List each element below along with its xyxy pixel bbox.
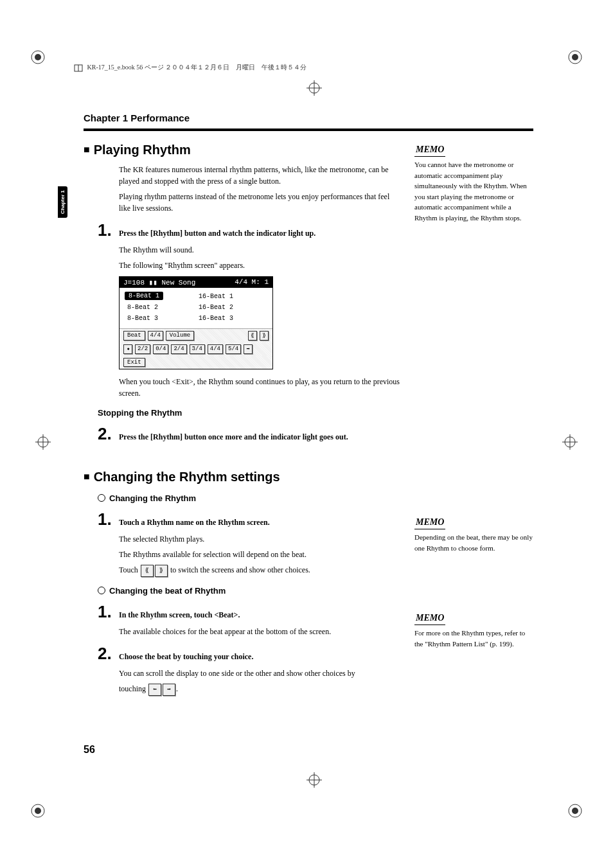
step-note: The following "Rhythm screen" appears. [119,260,402,271]
memo-label: MEMO [414,611,445,625]
screen-beat-value: 4/4 [148,331,163,341]
memo-block: MEMO You cannot have the metronome or au… [414,143,533,223]
chapter-title: Chapter 1 Performance [84,112,533,123]
arrow-left-icon: ⬅ [148,684,161,696]
step-number-1: 1. [84,509,119,529]
screen-header-right: 4/4 M: 1 [235,278,269,287]
svg-point-5 [35,808,41,814]
book-icon [74,64,83,73]
screen-beat-opt: 2/2 [135,344,150,354]
step-note: The selected Rhythm plays. [119,533,402,545]
step-number-1: 1. [84,220,119,240]
step-instruction: Press the [Rhythm] button and watch the … [119,229,402,238]
rhythm-screen-figure: J=108 ▮▮ New Song 4/4 M: 1 8-Beat 1 8-Be… [119,276,273,369]
registration-mark-icon [562,434,578,450]
screen-prev-button: ⟪ [248,331,257,341]
step-note: touching ⬅➡. [119,683,402,696]
screen-beat-opt: 5/4 [226,344,241,354]
header-text: KR-17_15_e.book 56 ページ ２００４年１２月６日 月曜日 午後… [87,64,307,71]
step-note: Touch ⟪⟫ to switch the screens and show … [119,564,402,577]
screen-beat-button: Beat [123,331,145,341]
memo-text: You cannot have the metronome or automat… [414,159,533,223]
crop-mark-icon [566,802,584,820]
step-note: The Rhythms available for selection will… [119,549,402,560]
screen-beat-opt: 3/4 [190,344,205,354]
screen-volume-button: Volume [166,331,194,341]
registration-mark-icon [306,772,322,788]
changing-beat-heading: Changing the beat of Rhythm [98,586,402,596]
paragraph: The KR features numerous internal rhythm… [119,164,402,187]
memo-block: MEMO For more on the Rhythm types, refer… [414,611,533,649]
screen-beat-opt: 0/4 [153,344,168,354]
changing-rhythm-heading: Changing the Rhythm [98,493,402,503]
page-number: 56 [84,744,95,756]
print-header: KR-17_15_e.book 56 ページ ２００４年１２月６日 月曜日 午後… [74,63,306,73]
memo-block: MEMO Depending on the beat, there may be… [414,515,533,553]
prev-screen-icon: ⟪ [141,565,154,577]
step-number-2: 2. [84,644,119,664]
memo-label: MEMO [414,515,445,529]
screen-beat-opt: ➡ [244,344,253,354]
crop-mark-icon [29,48,47,66]
paragraph: When you touch <Exit>, the Rhythm sound … [119,376,402,399]
crop-mark-icon [29,802,47,820]
next-screen-icon: ⟫ [155,565,168,577]
section-playing-rhythm: ■Playing Rhythm [84,143,402,157]
step-instruction: Touch a Rhythm name on the Rhythm screen… [119,518,402,527]
memo-text: Depending on the beat, there may be only… [414,532,533,553]
crop-mark-icon [566,48,584,66]
screen-header-left: J=108 ▮▮ New Song [123,278,195,287]
chapter-side-tab: Chapter 1 [58,186,67,218]
screen-beat-opt: 2/4 [171,344,186,354]
step-instruction: In the Rhythm screen, touch <Beat>. [119,610,402,620]
registration-mark-icon [306,80,322,96]
svg-point-3 [572,54,578,60]
rhythm-option: 16-Beat 1 [196,292,267,301]
registration-mark-icon [35,434,51,450]
rhythm-option: 8-Beat 2 [125,303,196,312]
title-rule [84,128,533,131]
rhythm-option: 8-Beat 3 [125,314,196,323]
step-note: You can scroll the display to one side o… [119,668,402,679]
section-changing-rhythm-settings: ■Changing the Rhythm settings [84,470,402,484]
screen-beat-opt: ⬥ [123,344,132,354]
memo-label: MEMO [414,143,445,157]
svg-point-7 [572,808,578,814]
step-number-2: 2. [84,424,119,444]
step-instruction: Choose the beat by touching your choice. [119,652,402,662]
stopping-rhythm-heading: Stopping the Rhythm [98,408,402,418]
arrow-right-icon: ➡ [163,684,175,696]
svg-point-1 [35,54,41,60]
memo-text: For more on the Rhythm types, refer to t… [414,628,533,649]
step-instruction: Press the [Rhythm] button once more and … [119,432,402,442]
step-note: The available choices for the beat appea… [119,626,402,637]
rhythm-option: 16-Beat 2 [196,303,267,312]
step-number-1: 1. [84,602,119,622]
rhythm-option-selected: 8-Beat 1 [125,292,163,300]
screen-beat-opt: 4/4 [208,344,223,354]
screen-exit-button: Exit [123,358,145,367]
step-note: The Rhythm will sound. [119,244,402,256]
screen-next-button: ⟫ [260,331,269,341]
paragraph: Playing rhythm patterns instead of the m… [119,191,402,214]
rhythm-option: 16-Beat 3 [196,314,267,323]
